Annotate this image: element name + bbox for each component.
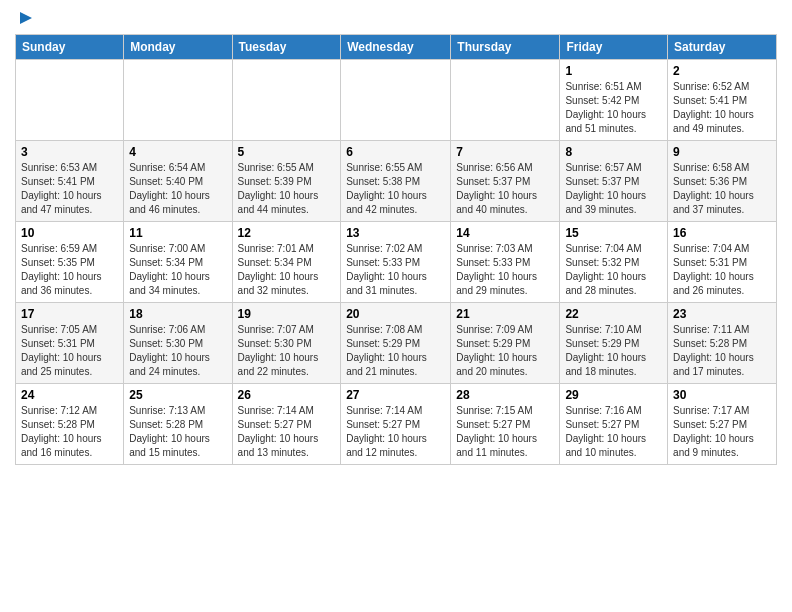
day-info: Sunrise: 7:06 AM Sunset: 5:30 PM Dayligh…: [129, 323, 226, 379]
day-number: 23: [673, 307, 771, 321]
day-info: Sunrise: 7:13 AM Sunset: 5:28 PM Dayligh…: [129, 404, 226, 460]
calendar-cell: 30Sunrise: 7:17 AM Sunset: 5:27 PM Dayli…: [668, 384, 777, 465]
day-info: Sunrise: 6:55 AM Sunset: 5:39 PM Dayligh…: [238, 161, 336, 217]
calendar-cell: 14Sunrise: 7:03 AM Sunset: 5:33 PM Dayli…: [451, 222, 560, 303]
calendar-cell: 12Sunrise: 7:01 AM Sunset: 5:34 PM Dayli…: [232, 222, 341, 303]
calendar-header-day: Friday: [560, 35, 668, 60]
day-number: 14: [456, 226, 554, 240]
day-info: Sunrise: 7:00 AM Sunset: 5:34 PM Dayligh…: [129, 242, 226, 298]
calendar-cell: 13Sunrise: 7:02 AM Sunset: 5:33 PM Dayli…: [341, 222, 451, 303]
day-number: 12: [238, 226, 336, 240]
day-info: Sunrise: 7:02 AM Sunset: 5:33 PM Dayligh…: [346, 242, 445, 298]
calendar-cell: 7Sunrise: 6:56 AM Sunset: 5:37 PM Daylig…: [451, 141, 560, 222]
calendar-cell: 8Sunrise: 6:57 AM Sunset: 5:37 PM Daylig…: [560, 141, 668, 222]
day-info: Sunrise: 7:12 AM Sunset: 5:28 PM Dayligh…: [21, 404, 118, 460]
day-info: Sunrise: 6:52 AM Sunset: 5:41 PM Dayligh…: [673, 80, 771, 136]
day-info: Sunrise: 6:55 AM Sunset: 5:38 PM Dayligh…: [346, 161, 445, 217]
calendar-cell: 28Sunrise: 7:15 AM Sunset: 5:27 PM Dayli…: [451, 384, 560, 465]
calendar-cell: 6Sunrise: 6:55 AM Sunset: 5:38 PM Daylig…: [341, 141, 451, 222]
day-info: Sunrise: 7:14 AM Sunset: 5:27 PM Dayligh…: [346, 404, 445, 460]
calendar-cell: [124, 60, 232, 141]
day-number: 22: [565, 307, 662, 321]
calendar-cell: 17Sunrise: 7:05 AM Sunset: 5:31 PM Dayli…: [16, 303, 124, 384]
day-number: 29: [565, 388, 662, 402]
calendar-week-row: 24Sunrise: 7:12 AM Sunset: 5:28 PM Dayli…: [16, 384, 777, 465]
calendar-cell: 11Sunrise: 7:00 AM Sunset: 5:34 PM Dayli…: [124, 222, 232, 303]
day-number: 13: [346, 226, 445, 240]
calendar-cell: 20Sunrise: 7:08 AM Sunset: 5:29 PM Dayli…: [341, 303, 451, 384]
calendar-cell: 1Sunrise: 6:51 AM Sunset: 5:42 PM Daylig…: [560, 60, 668, 141]
day-info: Sunrise: 7:01 AM Sunset: 5:34 PM Dayligh…: [238, 242, 336, 298]
calendar-cell: 29Sunrise: 7:16 AM Sunset: 5:27 PM Dayli…: [560, 384, 668, 465]
calendar-cell: [341, 60, 451, 141]
logo: [15, 10, 32, 26]
day-number: 3: [21, 145, 118, 159]
day-number: 19: [238, 307, 336, 321]
day-info: Sunrise: 6:56 AM Sunset: 5:37 PM Dayligh…: [456, 161, 554, 217]
calendar-table: SundayMondayTuesdayWednesdayThursdayFrid…: [15, 34, 777, 465]
day-number: 21: [456, 307, 554, 321]
calendar-cell: [232, 60, 341, 141]
calendar-cell: 9Sunrise: 6:58 AM Sunset: 5:36 PM Daylig…: [668, 141, 777, 222]
day-info: Sunrise: 7:03 AM Sunset: 5:33 PM Dayligh…: [456, 242, 554, 298]
day-number: 26: [238, 388, 336, 402]
calendar-cell: 16Sunrise: 7:04 AM Sunset: 5:31 PM Dayli…: [668, 222, 777, 303]
calendar-cell: 10Sunrise: 6:59 AM Sunset: 5:35 PM Dayli…: [16, 222, 124, 303]
calendar-week-row: 3Sunrise: 6:53 AM Sunset: 5:41 PM Daylig…: [16, 141, 777, 222]
calendar-header-day: Sunday: [16, 35, 124, 60]
day-info: Sunrise: 6:54 AM Sunset: 5:40 PM Dayligh…: [129, 161, 226, 217]
day-info: Sunrise: 7:09 AM Sunset: 5:29 PM Dayligh…: [456, 323, 554, 379]
calendar-cell: 3Sunrise: 6:53 AM Sunset: 5:41 PM Daylig…: [16, 141, 124, 222]
day-info: Sunrise: 6:58 AM Sunset: 5:36 PM Dayligh…: [673, 161, 771, 217]
day-info: Sunrise: 7:04 AM Sunset: 5:31 PM Dayligh…: [673, 242, 771, 298]
day-number: 11: [129, 226, 226, 240]
day-info: Sunrise: 7:15 AM Sunset: 5:27 PM Dayligh…: [456, 404, 554, 460]
calendar-cell: 26Sunrise: 7:14 AM Sunset: 5:27 PM Dayli…: [232, 384, 341, 465]
calendar-cell: 5Sunrise: 6:55 AM Sunset: 5:39 PM Daylig…: [232, 141, 341, 222]
calendar-cell: 15Sunrise: 7:04 AM Sunset: 5:32 PM Dayli…: [560, 222, 668, 303]
calendar-header-day: Thursday: [451, 35, 560, 60]
day-number: 6: [346, 145, 445, 159]
day-number: 15: [565, 226, 662, 240]
day-number: 8: [565, 145, 662, 159]
day-number: 28: [456, 388, 554, 402]
day-number: 10: [21, 226, 118, 240]
page: SundayMondayTuesdayWednesdayThursdayFrid…: [0, 0, 792, 480]
day-number: 4: [129, 145, 226, 159]
day-info: Sunrise: 6:57 AM Sunset: 5:37 PM Dayligh…: [565, 161, 662, 217]
calendar-cell: 24Sunrise: 7:12 AM Sunset: 5:28 PM Dayli…: [16, 384, 124, 465]
day-info: Sunrise: 6:53 AM Sunset: 5:41 PM Dayligh…: [21, 161, 118, 217]
calendar-cell: 4Sunrise: 6:54 AM Sunset: 5:40 PM Daylig…: [124, 141, 232, 222]
day-info: Sunrise: 7:07 AM Sunset: 5:30 PM Dayligh…: [238, 323, 336, 379]
day-info: Sunrise: 7:04 AM Sunset: 5:32 PM Dayligh…: [565, 242, 662, 298]
day-info: Sunrise: 6:51 AM Sunset: 5:42 PM Dayligh…: [565, 80, 662, 136]
day-number: 1: [565, 64, 662, 78]
day-number: 18: [129, 307, 226, 321]
calendar-header-row: SundayMondayTuesdayWednesdayThursdayFrid…: [16, 35, 777, 60]
calendar-cell: 2Sunrise: 6:52 AM Sunset: 5:41 PM Daylig…: [668, 60, 777, 141]
day-number: 27: [346, 388, 445, 402]
calendar-cell: 19Sunrise: 7:07 AM Sunset: 5:30 PM Dayli…: [232, 303, 341, 384]
day-number: 17: [21, 307, 118, 321]
day-number: 24: [21, 388, 118, 402]
day-info: Sunrise: 7:10 AM Sunset: 5:29 PM Dayligh…: [565, 323, 662, 379]
day-number: 2: [673, 64, 771, 78]
day-info: Sunrise: 7:05 AM Sunset: 5:31 PM Dayligh…: [21, 323, 118, 379]
calendar-cell: 27Sunrise: 7:14 AM Sunset: 5:27 PM Dayli…: [341, 384, 451, 465]
header: [15, 10, 777, 26]
day-number: 16: [673, 226, 771, 240]
day-info: Sunrise: 7:11 AM Sunset: 5:28 PM Dayligh…: [673, 323, 771, 379]
calendar-week-row: 10Sunrise: 6:59 AM Sunset: 5:35 PM Dayli…: [16, 222, 777, 303]
day-info: Sunrise: 7:08 AM Sunset: 5:29 PM Dayligh…: [346, 323, 445, 379]
calendar-header-day: Wednesday: [341, 35, 451, 60]
calendar-cell: 18Sunrise: 7:06 AM Sunset: 5:30 PM Dayli…: [124, 303, 232, 384]
calendar-cell: 25Sunrise: 7:13 AM Sunset: 5:28 PM Dayli…: [124, 384, 232, 465]
calendar-cell: 23Sunrise: 7:11 AM Sunset: 5:28 PM Dayli…: [668, 303, 777, 384]
day-info: Sunrise: 6:59 AM Sunset: 5:35 PM Dayligh…: [21, 242, 118, 298]
day-number: 25: [129, 388, 226, 402]
svg-marker-0: [20, 12, 32, 24]
calendar-cell: 22Sunrise: 7:10 AM Sunset: 5:29 PM Dayli…: [560, 303, 668, 384]
day-info: Sunrise: 7:14 AM Sunset: 5:27 PM Dayligh…: [238, 404, 336, 460]
day-info: Sunrise: 7:17 AM Sunset: 5:27 PM Dayligh…: [673, 404, 771, 460]
calendar-cell: 21Sunrise: 7:09 AM Sunset: 5:29 PM Dayli…: [451, 303, 560, 384]
